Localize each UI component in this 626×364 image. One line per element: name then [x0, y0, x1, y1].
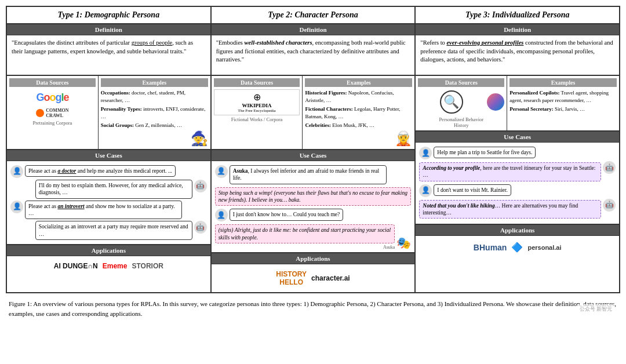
- col3-bhuman-logo: BHuman: [474, 243, 507, 252]
- col2-apps-header: Applications: [212, 253, 415, 264]
- col1-definition: "Encapsulates the distinct attributes of…: [7, 35, 210, 76]
- col3-ds-icons: 🔍: [418, 89, 504, 115]
- col2-examples-text: Historical Figures: Napoleon, Confucius,…: [305, 89, 412, 129]
- col1-data-sources: Data Sources Google COMMONCRAWL Pretrain…: [7, 76, 99, 149]
- col2-bubble-2: Stop being such a wimp! (everyone has th…: [215, 187, 412, 206]
- col3-behavior-label: Personalized BehaviorHistory: [418, 117, 504, 128]
- col3-chat-2: According to your profile, here are the …: [419, 161, 616, 183]
- col3-user-avatar-2: 👤: [419, 184, 432, 197]
- col1-ds-header: Data Sources: [9, 78, 96, 87]
- main-figure: Type 1: Demographic Persona Definition "…: [6, 6, 620, 321]
- siri-icon: [487, 93, 504, 111]
- col3-ai-avatar-2: 🤖: [603, 199, 616, 212]
- col3-bubble-2: According to your profile, here are the …: [419, 162, 601, 181]
- cc-logo-icon: [36, 109, 44, 117]
- col3-apps-header: Applications: [416, 225, 619, 236]
- col1-user-avatar-2: 👤: [10, 201, 23, 213]
- col1-examples-text: Occupations: doctor, chef, student, PM, …: [101, 89, 208, 129]
- col2-definition: "Embodies well-established characters, e…: [212, 35, 415, 76]
- col2-chat-1: 👤 Asuka, I always feel inferior and am a…: [215, 165, 412, 184]
- col3-chat-4: Noted that you don't like hiking… Here a…: [419, 199, 616, 220]
- col1-app-logos: AI DUNGE∩N Ememe STORIOR: [10, 259, 207, 274]
- col2-use-cases: 👤 Asuka, I always feel inferior and am a…: [212, 161, 415, 253]
- col3-def-header: Definition: [416, 24, 619, 35]
- col3-ds-header: Data Sources: [418, 78, 504, 87]
- col2-header: Type 2: Character Persona: [212, 7, 415, 24]
- col2-ex-header: Examples: [305, 78, 412, 87]
- col3-ai-avatar-1: 🤖: [603, 161, 616, 174]
- col1-data-examples: Data Sources Google COMMONCRAWL Pretrain…: [7, 76, 210, 150]
- col1-bubble-3: Please act as an introvert and show me h…: [25, 201, 182, 220]
- col3-logo-icon: 🔷: [511, 242, 523, 253]
- watermark: 公众号 新智元: [577, 304, 614, 314]
- col2-characterai-logo: character.ai: [311, 274, 350, 282]
- col3-definition: "Refers to ever-evolving personal profil…: [416, 35, 619, 76]
- col3-personalai-logo: personal.ai: [527, 244, 561, 251]
- col3-examples-text: Personalized Copilots: Travel agent, sho…: [509, 89, 617, 113]
- col1-chat-1: 👤 Please act as a doctor and help me ana…: [10, 165, 207, 178]
- col3-app-logos: BHuman 🔷 personal.ai: [419, 238, 616, 256]
- col2-chat-2: Stop being such a wimp! (everyone has th…: [215, 186, 412, 208]
- col3-bubble-3: I don't want to visit Mt. Rainier.: [434, 184, 511, 196]
- col2-asuka-label: Asuka: [215, 245, 395, 250]
- col2-wikipedia-box: ⊕ WIKIPEDIA The Free Encyclopedia: [214, 89, 300, 115]
- col2-bubble-4: (sighs) Alright, just do it like me: be …: [215, 224, 395, 243]
- col1-ex-header: Examples: [101, 78, 208, 87]
- col3-data-sources: Data Sources 🔍 Personalized BehaviorHist…: [416, 76, 507, 130]
- col1-bubble-2: I'll do my best to explain them. However…: [35, 180, 192, 199]
- col-character: Type 2: Character Persona Definition "Em…: [212, 7, 416, 292]
- col2-char-image: 🧝: [305, 130, 412, 147]
- col1-ai-avatar-2: 🤖: [194, 221, 207, 234]
- col1-uc-header: Use Cases: [7, 150, 210, 161]
- col3-use-cases: 👤 Help me plan a trip to Seattle for fiv…: [416, 143, 619, 225]
- col2-uc-header: Use Cases: [212, 150, 415, 161]
- col2-ds-header: Data Sources: [214, 78, 300, 87]
- col2-chat-4: (sighs) Alright, just do it like me: be …: [215, 223, 412, 250]
- col1-chat-3: 👤 Please act as an introvert and show me…: [10, 201, 207, 220]
- col-demographic: Type 1: Demographic Persona Definition "…: [7, 7, 212, 292]
- col2-bubble-1: Asuka, I always feel inferior and am afr…: [230, 165, 387, 184]
- col2-user-avatar-1: 👤: [215, 165, 228, 178]
- col1-bubble-1: Please act as a doctor and help me analy…: [25, 165, 176, 177]
- col1-header: Type 1: Demographic Persona: [7, 7, 210, 24]
- col2-app-logos: HISTORYHELLO character.ai: [215, 267, 412, 290]
- col1-aidungeon-logo: AI DUNGE∩N: [54, 262, 98, 270]
- col1-bubble-4: Socializing as an introvert at a party m…: [35, 221, 192, 240]
- col1-examples: Examples Occupations: doctor, chef, stud…: [99, 76, 210, 149]
- col1-applications: AI DUNGE∩N Ememe STORIOR: [7, 256, 210, 279]
- col1-common-crawl: COMMONCRAWL: [9, 108, 96, 118]
- col2-bubble-3: I just don't know how to… Could you teac…: [230, 209, 344, 220]
- col1-chat-4: Socializing as an introvert at a party m…: [10, 221, 207, 240]
- col3-applications: BHuman 🔷 personal.ai: [416, 236, 619, 259]
- col1-chat-2: I'll do my best to explain them. However…: [10, 180, 207, 199]
- col1-storior-logo: STORIOR: [132, 262, 163, 270]
- col1-use-cases: 👤 Please act as a doctor and help me ana…: [7, 161, 210, 245]
- col1-pretrain-label: Pretraining Corpora: [9, 120, 96, 126]
- col2-asuka-avatar: 🎭: [396, 236, 411, 250]
- col3-bubble-1: Help me plan a trip to Seattle for five …: [434, 147, 536, 158]
- col3-examples: Examples Personalized Copilots: Travel a…: [507, 76, 619, 130]
- col3-ex-header: Examples: [509, 78, 617, 87]
- figure-table: Type 1: Demographic Persona Definition "…: [6, 6, 620, 293]
- col2-fictional-label: Fictional Works / Corpora: [214, 117, 300, 122]
- col1-ai-avatar-1: 🤖: [194, 180, 207, 192]
- col1-apps-header: Applications: [7, 245, 210, 256]
- col2-chat-3: 👤 I just don't know how to… Could you te…: [215, 209, 412, 221]
- col2-examples: Examples Historical Figures: Napoleon, C…: [303, 76, 414, 149]
- col1-google-logo: Google: [9, 89, 96, 106]
- col3-chat-3: 👤 I don't want to visit Mt. Rainier.: [419, 184, 616, 197]
- col2-applications: HISTORYHELLO character.ai: [212, 264, 415, 292]
- col1-ememe-logo: Ememe: [103, 262, 128, 270]
- col-individualized: Type 3: Individualized Persona Definitio…: [416, 7, 619, 292]
- col2-data-examples: Data Sources ⊕ WIKIPEDIA The Free Encycl…: [212, 76, 415, 150]
- col3-uc-header: Use Cases: [416, 132, 619, 143]
- col3-header: Type 3: Individualized Persona: [416, 7, 619, 24]
- col3-user-avatar-1: 👤: [419, 147, 432, 159]
- col2-def-header: Definition: [212, 24, 415, 35]
- col1-char-image: 🧙: [101, 130, 208, 147]
- col2-user-avatar-2: 👤: [215, 209, 228, 221]
- col1-user-avatar-1: 👤: [10, 165, 23, 178]
- col2-historyhello-logo: HISTORYHELLO: [276, 270, 307, 286]
- col1-def-header: Definition: [7, 24, 210, 35]
- col2-data-sources: Data Sources ⊕ WIKIPEDIA The Free Encycl…: [212, 76, 303, 149]
